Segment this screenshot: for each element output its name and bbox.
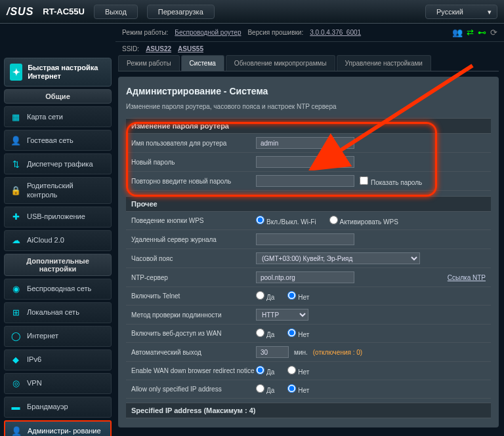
sidebar-item-usb[interactable]: ✚USB-приложение xyxy=(4,207,112,228)
sidebar-item-firewall[interactable]: ▬Брандмауэр xyxy=(4,397,112,418)
sidebar-item-wireless[interactable]: ◉Беспроводная сеть xyxy=(4,279,112,300)
traffic-icon: ⇅ xyxy=(10,158,22,170)
lock-icon: 🔒 xyxy=(10,185,22,197)
logout-button[interactable]: Выход xyxy=(94,5,138,19)
ssid2-link[interactable]: ASUS55 xyxy=(178,45,203,52)
sidebar-item-guest[interactable]: 👤Гостевая сеть xyxy=(4,130,112,151)
wand-icon: ✦ xyxy=(10,64,22,81)
page-subtitle: Изменение пароля роутера, часового пояса… xyxy=(126,103,491,110)
sidebar-item-vpn[interactable]: ◎VPN xyxy=(4,373,112,394)
sidebar-item-lan[interactable]: ⊞Локальная сеть xyxy=(4,302,112,323)
lan-icon: ⊞ xyxy=(10,307,22,319)
autologout-input[interactable] xyxy=(256,346,289,358)
guest-icon: 👤 xyxy=(10,134,22,146)
show-password-checkbox[interactable] xyxy=(360,176,368,185)
reboot-button[interactable]: Перезагрузка xyxy=(147,5,215,19)
sidebar-item-admin[interactable]: 👤Администри- рование xyxy=(4,420,112,436)
brand-logo: /SUS xyxy=(7,6,33,18)
timezone-select[interactable]: (GMT+03:00) Кувейт, Эр-Рияд xyxy=(256,252,420,264)
cloud-icon: ☁ xyxy=(10,235,22,247)
tab-settings[interactable]: Управление настройками xyxy=(337,55,431,71)
wps-toggle-radio[interactable] xyxy=(256,216,264,224)
status-bar: Режим работы: Беспроводной роутер Версия… xyxy=(116,24,504,42)
section-general: Общие xyxy=(4,89,112,104)
tab-system[interactable]: Система xyxy=(181,55,224,71)
sidebar-item-traffic[interactable]: ⇅Диспетчер трафика xyxy=(4,153,112,174)
remote-log-input[interactable] xyxy=(256,233,354,245)
sidebar-item-map[interactable]: ▦Карта сети xyxy=(4,106,112,127)
wps-activate-radio[interactable] xyxy=(329,216,338,224)
redirect-yes-radio[interactable] xyxy=(256,366,264,374)
usb-icon[interactable]: ⊷ xyxy=(478,28,486,37)
map-icon: ▦ xyxy=(10,111,22,123)
group-misc: Прочее xyxy=(126,196,491,212)
sidebar-item-aicloud[interactable]: ☁AiCloud 2.0 xyxy=(4,230,112,251)
ntp-link[interactable]: Ссылка NTP xyxy=(448,274,486,281)
model-name: RT-AC55U xyxy=(43,7,85,16)
quick-setup-button[interactable]: ✦ Быстрая настройка Интернет xyxy=(4,58,112,87)
section-advanced: Дополнительные настройки xyxy=(4,254,112,276)
firmware-link[interactable]: 3.0.0.4.376_6001 xyxy=(310,29,361,36)
ntp-input[interactable] xyxy=(256,271,354,283)
page-title: Администрирование - Система xyxy=(126,86,491,96)
tab-firmware[interactable]: Обновление микропрограммы xyxy=(226,55,335,71)
group-password: Изменение пароля роутера xyxy=(126,118,491,134)
sidebar-item-wan[interactable]: ◯Интернет xyxy=(4,326,112,347)
iponly-no-radio[interactable] xyxy=(287,384,296,393)
ipv6-icon: ◆ xyxy=(10,354,22,366)
wifi-icon: ◉ xyxy=(10,283,22,295)
language-select[interactable]: Русский xyxy=(425,5,497,19)
vpn-icon: ◎ xyxy=(10,378,22,389)
wanweb-yes-radio[interactable] xyxy=(256,328,264,337)
tab-opmode[interactable]: Режим работы xyxy=(118,55,180,71)
tab-strip: Режим работы Система Обновление микропро… xyxy=(118,55,499,71)
sidebar-item-parental[interactable]: 🔒Родительский контроль xyxy=(4,177,112,203)
sidebar-item-ipv6[interactable]: ◆IPv6 xyxy=(4,349,112,370)
password-confirm-input[interactable] xyxy=(256,175,354,187)
telnet-no-radio[interactable] xyxy=(287,291,296,300)
ssid1-link[interactable]: ASUS22 xyxy=(146,45,171,52)
auth-select[interactable]: HTTP xyxy=(256,309,308,321)
network-icon[interactable]: ⇄ xyxy=(467,28,474,37)
users-icon[interactable]: 👥 xyxy=(452,28,463,37)
redirect-no-radio[interactable] xyxy=(287,366,296,374)
usb-icon: ✚ xyxy=(10,211,22,223)
telnet-yes-radio[interactable] xyxy=(256,291,264,300)
password-input[interactable] xyxy=(256,156,354,168)
username-input[interactable] xyxy=(256,137,354,149)
iponly-yes-radio[interactable] xyxy=(256,384,264,393)
shield-icon: ▬ xyxy=(10,401,22,413)
group-ip: Specified IP address (Максимум : 4) xyxy=(126,403,491,418)
opmode-link[interactable]: Беспроводной роутер xyxy=(175,29,241,36)
sidebar: ✦ Быстрая настройка Интернет Общие ▦Карт… xyxy=(0,55,116,436)
wanweb-no-radio[interactable] xyxy=(287,328,296,337)
globe-icon: ◯ xyxy=(10,330,22,342)
admin-icon: 👤 xyxy=(10,426,22,436)
refresh-icon[interactable]: ⟳ xyxy=(490,28,497,37)
